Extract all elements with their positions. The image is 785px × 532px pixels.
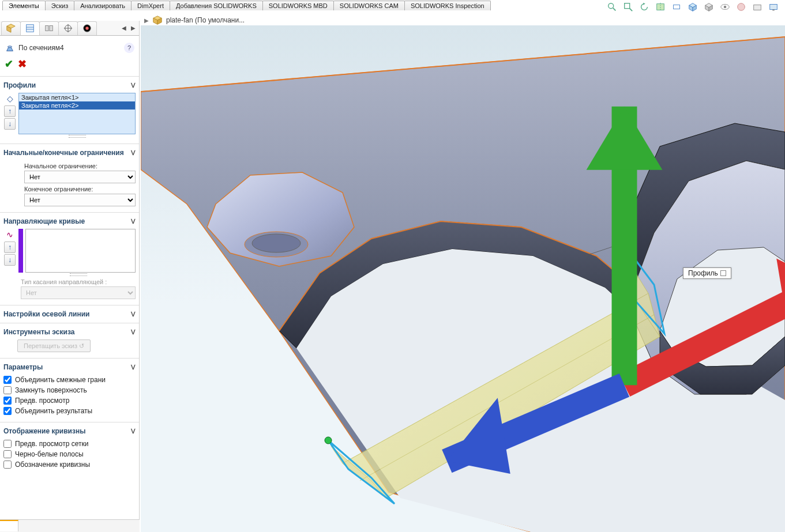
- end-constraint-select[interactable]: Нет: [24, 194, 136, 206]
- tabs-scroll-left[interactable]: ◀: [119, 21, 129, 35]
- list-resize-grip[interactable]: [21, 273, 136, 276]
- dimxpert-manager-tab[interactable]: [58, 21, 78, 35]
- edit-appearance-icon[interactable]: [735, 1, 747, 13]
- tab-cam[interactable]: SOLIDWORKS CAM: [333, 1, 405, 10]
- zoom-to-area-icon[interactable]: [622, 1, 634, 13]
- svg-rect-25: [27, 25, 34, 32]
- end-constraint-label: Конечное ограничение:: [24, 186, 136, 193]
- graphics-viewport[interactable]: Профиль: [141, 25, 785, 532]
- tab-mbd[interactable]: SOLIDWORKS MBD: [262, 1, 334, 10]
- help-button[interactable]: ?: [124, 43, 134, 53]
- section-centerline-label: Настройки осевой линии: [3, 310, 89, 318]
- guides-listbox[interactable]: [25, 229, 136, 273]
- chevron-up-icon: ᐯ: [131, 329, 136, 336]
- section-curvature-header[interactable]: Отображение кривизны ᐯ: [3, 425, 136, 437]
- profile-item-2[interactable]: Закрытая петля<2>: [19, 101, 135, 110]
- svg-point-16: [738, 3, 745, 11]
- feature-manager-tab[interactable]: [1, 21, 21, 35]
- zebra-label: Черно-белые полосы: [15, 450, 84, 458]
- tab-features[interactable]: Элементы: [2, 1, 46, 10]
- move-profile-down-button[interactable]: ↓: [4, 118, 16, 130]
- svg-rect-18: [770, 5, 778, 10]
- view-orientation-icon[interactable]: [687, 1, 698, 13]
- display-style-icon[interactable]: [703, 1, 715, 13]
- tab-evaluate[interactable]: Анализировать: [74, 1, 132, 10]
- preview-label: Предв. просмотр: [15, 397, 69, 405]
- dynamic-annotation-icon[interactable]: [671, 1, 682, 13]
- curvature-mark-label: Обозначение кривизны: [15, 461, 90, 469]
- cancel-button[interactable]: ✖: [18, 58, 27, 70]
- svg-point-15: [724, 6, 727, 9]
- section-guides-header[interactable]: Направляющие кривые ᐯ: [3, 215, 136, 228]
- mesh-preview-checkbox-row[interactable]: Предв. просмотр сетки: [3, 439, 136, 449]
- move-profile-up-button[interactable]: ↑: [4, 105, 16, 117]
- curvature-mark-checkbox-row[interactable]: Обозначение кривизны: [3, 459, 136, 470]
- start-constraint-select[interactable]: Нет: [24, 171, 136, 183]
- svg-rect-7: [674, 5, 680, 9]
- confirm-row: ✔ ✖: [3, 56, 136, 76]
- previous-view-icon[interactable]: [638, 1, 650, 13]
- merge-faces-checkbox-row[interactable]: Объединить смежные грани: [3, 375, 136, 385]
- tab-addins[interactable]: Добавления SOLIDWORKS: [170, 1, 263, 10]
- merge-results-checkbox[interactable]: [3, 407, 12, 415]
- list-resize-grip[interactable]: [18, 134, 136, 138]
- mesh-preview-label: Предв. просмотр сетки: [15, 440, 89, 448]
- svg-marker-49: [587, 107, 663, 170]
- close-surface-checkbox[interactable]: [3, 386, 12, 394]
- guide-curve-icon[interactable]: ∿: [4, 229, 16, 240]
- zebra-checkbox-row[interactable]: Черно-белые полосы: [3, 449, 136, 459]
- start-constraint-label: Начальное ограничение:: [24, 163, 136, 169]
- svg-line-3: [630, 9, 633, 12]
- section-view-icon[interactable]: [655, 1, 666, 13]
- tab-sketch[interactable]: Эскиз: [45, 1, 74, 10]
- bottom-tab-model[interactable]: [0, 520, 18, 531]
- chevron-up-icon: ᐯ: [131, 364, 136, 371]
- view-settings-icon[interactable]: [768, 1, 779, 13]
- tab-dimxpert[interactable]: DimXpert: [131, 1, 170, 10]
- close-surface-checkbox-row[interactable]: Замкнуть поверхность: [3, 385, 136, 395]
- profile-sketch-icon[interactable]: ◇: [4, 93, 16, 104]
- merge-results-checkbox-row[interactable]: Объединить результаты: [3, 406, 136, 416]
- property-manager-panel: ◀ ▶ По сечениям4 ? ✔ ✖ Профили ᐯ ◇ ↑: [0, 21, 140, 519]
- loft-icon: [5, 43, 15, 53]
- profile-item-1[interactable]: Закрытая петля<1>: [19, 93, 135, 101]
- bottom-tabs: [0, 519, 140, 532]
- section-sketch-tools-header[interactable]: Инструменты эскиза ᐯ: [3, 326, 136, 338]
- svg-marker-4: [643, 3, 645, 5]
- mesh-preview-checkbox[interactable]: [3, 440, 12, 448]
- orientation-triad[interactable]: [302, 25, 785, 512]
- move-guide-up-button[interactable]: ↑: [4, 242, 16, 253]
- apply-scene-icon[interactable]: [752, 1, 763, 13]
- guide-tangency-select: Нет: [21, 286, 136, 299]
- merge-faces-label: Объединить смежные грани: [15, 376, 106, 384]
- display-manager-tab[interactable]: [77, 21, 97, 35]
- preview-checkbox-row[interactable]: Предв. просмотр: [3, 395, 136, 406]
- zebra-checkbox[interactable]: [3, 450, 12, 458]
- tab-inspection[interactable]: SOLIDWORKS Inspection: [404, 1, 491, 10]
- section-profiles-header[interactable]: Профили ᐯ: [3, 79, 136, 92]
- svg-point-35: [85, 27, 88, 29]
- svg-rect-2: [625, 3, 630, 9]
- section-centerline-header[interactable]: Настройки осевой линии ᐯ: [3, 308, 136, 320]
- property-manager-tab[interactable]: [20, 21, 40, 35]
- undo-icon: ↺: [79, 342, 84, 349]
- ok-button[interactable]: ✔: [5, 58, 13, 70]
- svg-line-1: [613, 8, 616, 10]
- section-params-header[interactable]: Параметры ᐯ: [3, 361, 136, 373]
- hide-show-items-icon[interactable]: [719, 1, 731, 13]
- configuration-manager-tab[interactable]: [39, 21, 59, 35]
- svg-point-0: [609, 3, 614, 9]
- zoom-to-fit-icon[interactable]: [606, 1, 618, 13]
- merge-faces-checkbox[interactable]: [3, 376, 12, 384]
- profiles-listbox[interactable]: Закрытая петля<1> Закрытая петля<2>: [18, 93, 136, 134]
- preview-checkbox[interactable]: [3, 397, 12, 405]
- breadcrumb-part-name[interactable]: plate-fan (По умолчани...: [166, 16, 245, 24]
- breadcrumb-arrow-icon[interactable]: ▶: [144, 17, 149, 24]
- tabs-scroll-right[interactable]: ▶: [129, 21, 138, 35]
- drag-sketch-button: Перетащить эскиз ↺: [17, 339, 91, 352]
- move-guide-down-button[interactable]: ↓: [4, 254, 16, 266]
- section-params-label: Параметры: [3, 363, 43, 371]
- svg-marker-51: [447, 398, 510, 474]
- curvature-mark-checkbox[interactable]: [3, 461, 12, 469]
- section-constraints-header[interactable]: Начальные/конечные ограничения ᐯ: [3, 146, 136, 159]
